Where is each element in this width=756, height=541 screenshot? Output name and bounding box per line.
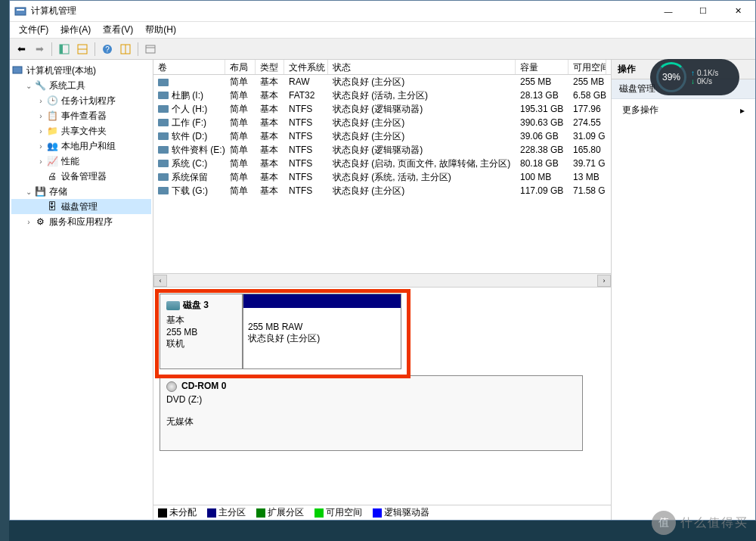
watermark-text: 什么值得买 — [680, 515, 748, 531]
volume-icon — [158, 92, 169, 99]
collapse-icon[interactable]: ⌄ — [23, 82, 34, 90]
svg-text:?: ? — [105, 45, 110, 54]
tree-systools[interactable]: ⌄ 🔧 系统工具 — [11, 78, 151, 93]
volume-body[interactable]: 简单基本RAW状态良好 (主分区)255 MB255 MB杜鹏 (I:)简单基本… — [153, 75, 611, 273]
expand-icon[interactable]: › — [36, 142, 46, 151]
svg-rect-12 — [13, 67, 22, 73]
disk-map[interactable]: 磁盘 3 基本 255 MB 联机 255 MB RAW 状态良好 (主分区) — [153, 287, 611, 505]
expand-icon[interactable]: › — [36, 127, 46, 135]
window-title: 计算机管理 — [31, 5, 651, 17]
minimize-button[interactable]: — — [651, 1, 686, 22]
maximize-button[interactable]: ☐ — [686, 1, 720, 22]
view-button-2[interactable] — [117, 41, 134, 58]
volume-row[interactable]: 下载 (G:)简单基本NTFS状态良好 (主分区)117.09 GB71.58 … — [153, 184, 611, 197]
view-button-1[interactable] — [74, 41, 91, 58]
download-speed: 0K/s — [697, 77, 712, 86]
tree-panel[interactable]: 计算机管理(本地) ⌄ 🔧 系统工具 › 🕒 任务计划程序 › 📋 事件查看器 … — [10, 60, 153, 520]
disk-3-partition[interactable]: 255 MB RAW 状态良好 (主分区) — [243, 294, 401, 369]
expand-icon[interactable]: › — [36, 97, 46, 105]
list-view-button[interactable] — [142, 41, 159, 58]
expand-icon[interactable]: › — [36, 157, 46, 166]
tree-perf[interactable]: › 📈 性能 — [11, 154, 151, 169]
disk-size: 255 MB — [166, 327, 236, 337]
volume-row[interactable]: 系统保留简单基本NTFS状态良好 (系统, 活动, 主分区)100 MB13 M… — [153, 170, 611, 184]
actions-more[interactable]: 更多操作 ▸ — [612, 99, 755, 121]
tools-icon: 🔧 — [34, 79, 46, 92]
tree-services[interactable]: › ⚙ 服务和应用程序 — [11, 214, 151, 229]
tree-label: 设备管理器 — [61, 170, 107, 183]
volume-row[interactable]: 工作 (F:)简单基本NTFS状态良好 (主分区)390.63 GB274.55 — [153, 116, 611, 129]
horizontal-scrollbar[interactable]: ‹ › — [153, 273, 611, 287]
volume-row[interactable]: 软件资料 (E:)简单基本NTFS状态良好 (逻辑驱动器)228.38 GB16… — [153, 143, 611, 157]
legend-extended: 扩展分区 — [256, 506, 304, 519]
tree-diskmgmt[interactable]: 🗄 磁盘管理 — [11, 199, 151, 214]
show-hide-tree-button[interactable] — [56, 41, 73, 58]
col-layout[interactable]: 布局 — [225, 60, 256, 74]
volume-row[interactable]: 个人 (H:)简单基本NTFS状态良好 (逻辑驱动器)195.31 GB177.… — [153, 102, 611, 116]
disk-3-label[interactable]: 磁盘 3 基本 255 MB 联机 — [160, 294, 243, 369]
back-button[interactable]: ⬅ — [13, 41, 29, 58]
arrow-up-icon: ↑ — [691, 69, 695, 77]
watermark: 值 什么值得买 — [652, 511, 748, 535]
expand-icon[interactable]: › — [36, 112, 46, 120]
svg-rect-10 — [146, 45, 155, 53]
expand-icon[interactable]: › — [23, 218, 34, 226]
col-free[interactable]: 可用空间 — [569, 60, 606, 74]
scroll-right-button[interactable]: › — [597, 275, 611, 287]
tree-users[interactable]: › 👥 本地用户和组 — [11, 138, 151, 154]
col-status[interactable]: 状态 — [328, 60, 516, 74]
window-controls: — ☐ ✕ — [651, 1, 755, 22]
volume-icon — [158, 79, 169, 86]
chevron-right-icon: ▸ — [740, 105, 745, 116]
disk-icon — [166, 301, 180, 310]
disk-3-block[interactable]: 磁盘 3 基本 255 MB 联机 255 MB RAW 状态良好 (主分区) — [160, 294, 605, 369]
storage-icon: 💾 — [34, 185, 46, 197]
menubar: 文件(F) 操作(A) 查看(V) 帮助(H) — [10, 22, 755, 39]
legend: 未分配 主分区 扩展分区 可用空间 逻辑驱动器 — [153, 505, 611, 520]
tree-shared[interactable]: › 📁 共享文件夹 — [11, 123, 151, 138]
svg-rect-1 — [17, 9, 24, 11]
menu-help[interactable]: 帮助(H) — [139, 22, 182, 38]
tree-devmgr[interactable]: 🖨 设备管理器 — [11, 169, 151, 184]
cdrom-drive: DVD (Z:) — [166, 394, 576, 405]
menu-file[interactable]: 文件(F) — [13, 22, 54, 38]
watermark-icon: 值 — [652, 511, 676, 535]
tree-label: 计算机管理(本地) — [26, 64, 96, 77]
titlebar[interactable]: 计算机管理 — ☐ ✕ — [10, 1, 755, 22]
network-widget[interactable]: 39% ↑0.1K/s ↓0K/s — [650, 59, 739, 95]
app-icon — [14, 5, 26, 17]
menu-view[interactable]: 查看(V) — [97, 22, 139, 38]
help-button[interactable]: ? — [99, 41, 116, 58]
actions-more-label: 更多操作 — [622, 104, 658, 117]
tree-storage[interactable]: ⌄ 💾 存储 — [11, 184, 151, 199]
tree-label: 本地用户和组 — [61, 140, 116, 153]
col-capacity[interactable]: 容量 — [516, 60, 569, 74]
disk-type: 基本 — [166, 314, 236, 327]
cd-icon — [166, 381, 177, 392]
tree-scheduler[interactable]: › 🕒 任务计划程序 — [11, 93, 151, 108]
collapse-icon[interactable]: ⌄ — [23, 188, 34, 196]
tree-eventviewer[interactable]: › 📋 事件查看器 — [11, 108, 151, 123]
svg-rect-3 — [60, 45, 63, 54]
scroll-left-button[interactable]: ‹ — [153, 275, 167, 287]
volume-row[interactable]: 杜鹏 (I:)简单基本FAT32状态良好 (活动, 主分区)28.13 GB6.… — [153, 89, 611, 102]
col-type[interactable]: 类型 — [256, 60, 284, 74]
tree-label: 磁盘管理 — [61, 201, 98, 213]
tree-root[interactable]: 计算机管理(本地) — [11, 63, 151, 78]
col-filesystem[interactable]: 文件系统 — [284, 60, 328, 74]
forward-button[interactable]: ➡ — [31, 41, 48, 58]
menu-action[interactable]: 操作(A) — [54, 22, 97, 38]
cdrom-block[interactable]: CD-ROM 0 DVD (Z:) 无媒体 — [160, 375, 605, 451]
toolbar: ⬅ ➡ ? — [10, 39, 755, 60]
volume-row[interactable]: 软件 (D:)简单基本NTFS状态良好 (主分区)39.06 GB31.09 G — [153, 129, 611, 143]
partition-header — [243, 294, 401, 308]
close-button[interactable]: ✕ — [720, 1, 755, 22]
volume-header: 卷 布局 类型 文件系统 状态 容量 可用空间 — [153, 60, 611, 75]
volume-row[interactable]: 简单基本RAW状态良好 (主分区)255 MB255 MB — [153, 75, 611, 89]
legend-unallocated: 未分配 — [158, 506, 197, 519]
volume-icon — [158, 160, 169, 167]
volume-row[interactable]: 系统 (C:)简单基本NTFS状态良好 (启动, 页面文件, 故障转储, 主分区… — [153, 157, 611, 170]
col-volume[interactable]: 卷 — [153, 60, 225, 74]
volume-icon — [158, 146, 169, 154]
cdrom-label[interactable]: CD-ROM 0 DVD (Z:) 无媒体 — [160, 375, 583, 451]
